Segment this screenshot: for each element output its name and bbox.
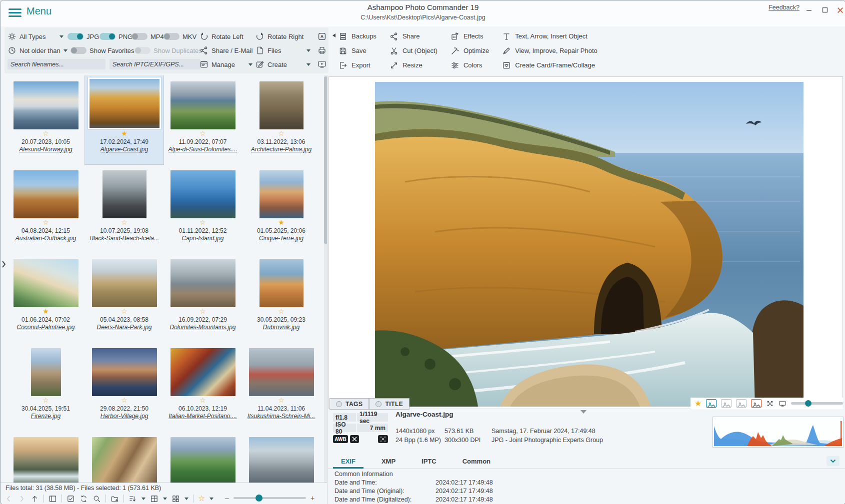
favorite-star-icon[interactable]: ☆ <box>121 218 128 227</box>
thumbnail-filename[interactable]: Itsukushima-Schrein-Mi... <box>248 413 315 420</box>
thumbnail-filename[interactable]: Capri-Island.jpg <box>182 235 224 242</box>
left-splitter-expand-icon[interactable] <box>0 260 6 268</box>
sort-button[interactable] <box>128 495 137 503</box>
zoom-out-button[interactable]: – <box>224 494 230 502</box>
search-button[interactable] <box>92 495 101 503</box>
favorite-star-icon[interactable]: ★ <box>42 307 49 316</box>
thumbnail-image[interactable] <box>14 170 78 218</box>
file-type-filter-dropdown[interactable]: All Types <box>8 31 64 41</box>
toolbar-button[interactable]: Backups <box>338 32 376 41</box>
thumbnail-filename[interactable]: Dolomites-Mountains.jpg <box>170 324 236 331</box>
view-grid-button[interactable] <box>150 495 158 503</box>
toolbar-button[interactable]: Colors <box>450 61 489 70</box>
toolbar-button[interactable]: Effects <box>450 32 489 41</box>
thumbnail-filename[interactable]: Dubrovnik.jpg <box>263 324 300 331</box>
favorite-star-icon[interactable]: ☆ <box>278 307 284 316</box>
export-pdf-button[interactable] <box>318 31 326 41</box>
thumbnail-image[interactable] <box>14 259 78 307</box>
manage-dropdown[interactable]: Manage <box>200 59 252 69</box>
favorite-star-icon[interactable]: ☆ <box>200 307 206 316</box>
thumbnail-cell[interactable]: ★ 17.02.2024, 17:49 Algarve-Coast.jpg <box>85 75 164 164</box>
thumbnail-cell[interactable]: ☆ 04.08.2024, 12:15 Australian-Outback.j… <box>6 164 85 253</box>
close-button[interactable] <box>834 4 845 15</box>
mkv-switch[interactable] <box>164 33 180 40</box>
preview-mode-icon[interactable] <box>721 399 732 408</box>
thumbnail-image[interactable] <box>170 437 236 483</box>
metadata-tab[interactable]: IPTC <box>408 455 450 469</box>
chevron-down-icon[interactable] <box>210 498 214 500</box>
preview-mode-icon[interactable] <box>751 399 762 408</box>
thumbnail-cell[interactable]: ☆ 05.04.2023, 08:58 Deers-Nara-Park.jpg <box>85 253 164 342</box>
favorite-star-icon[interactable]: ☆ <box>121 307 128 316</box>
thumbnail-filename[interactable]: Algarve-Coast.jpg <box>100 146 148 153</box>
thumbnail-image[interactable] <box>249 437 314 483</box>
toggle-png[interactable]: PNG <box>100 31 132 41</box>
toggle-show-favorites[interactable]: Show Favorites <box>70 45 134 55</box>
chevron-down-icon[interactable] <box>184 498 188 500</box>
thumbnail-image[interactable] <box>102 170 146 218</box>
folder-up-button[interactable] <box>30 495 39 503</box>
rating-filter-button[interactable]: ☆ <box>198 495 205 503</box>
thumbnail-filename[interactable]: Harbor-Village.jpg <box>100 413 148 420</box>
favorite-star-icon[interactable]: ☆ <box>200 129 206 138</box>
toolbar-button[interactable]: Save <box>338 46 376 55</box>
thumbnail-cell[interactable]: ☆ 30.05.2025, 09:23 Dubrovnik.jpg <box>242 253 320 342</box>
fullscreen-icon[interactable] <box>766 400 774 408</box>
favorite-star-icon[interactable]: ★ <box>121 129 128 138</box>
favorite-star-icon[interactable]: ☆ <box>200 396 206 405</box>
thumbnail-filename[interactable]: Alesund-Norway.jpg <box>19 146 72 153</box>
thumbnail-filename[interactable]: Alpe-di-Siusi-Dolomites.... <box>168 146 237 153</box>
search-iptc-input[interactable] <box>110 59 200 69</box>
thumbnail-cell[interactable]: ★ 01.05.2025, 20:06 Cinque-Terre.jpg <box>242 164 320 253</box>
feedback-link[interactable]: Feedback? <box>768 4 800 11</box>
forward-button[interactable] <box>18 495 26 503</box>
slideshow-button[interactable] <box>318 59 326 69</box>
thumbnail-cell[interactable] <box>164 431 242 483</box>
thumbnail-filename[interactable]: Coconut-Palmtree.jpg <box>16 324 74 331</box>
age-filter-dropdown[interactable]: Not older than <box>8 45 64 55</box>
thumbnail-cell[interactable]: ☆ 30.04.2025, 19:51 Firenze.jpg <box>6 342 85 431</box>
files-dropdown[interactable]: Files <box>256 45 310 55</box>
thumbnail-image[interactable] <box>92 348 157 396</box>
thumbnail-filename[interactable]: Cinque-Terre.jpg <box>259 235 304 242</box>
new-folder-button[interactable] <box>110 495 119 503</box>
caption-tab[interactable]: TAGS <box>330 398 369 410</box>
toolbar-button[interactable]: Create Card/Frame/Collage <box>502 61 598 70</box>
thumbnail-cell[interactable]: ☆ 10.07.2025, 19:08 Black-Sand-Beach-Ice… <box>85 164 164 253</box>
thumbnail-filename[interactable]: Architecture-Palma.jpg <box>251 146 312 153</box>
thumbnail-image[interactable] <box>31 348 61 396</box>
thumbnail-filename[interactable]: Firenze.jpg <box>31 413 60 420</box>
search-filenames-input[interactable] <box>8 59 106 69</box>
thumbnail-image[interactable] <box>249 348 314 396</box>
thumbnail-image[interactable] <box>260 170 304 218</box>
toolbar-button[interactable]: Optimize <box>450 46 489 55</box>
info-collapse-icon[interactable] <box>580 410 586 414</box>
thumbnail-cell[interactable]: ☆ 16.09.2022, 07:29 Dolomites-Mountains.… <box>164 253 242 342</box>
toolbar-button[interactable]: Share <box>390 32 438 41</box>
thumbnail-image[interactable] <box>14 437 78 483</box>
thumbnail-filename[interactable]: Italian-Market-Positano.... <box>168 413 237 420</box>
thumbnail-cell[interactable]: ☆ 11.04.2023, 11:06 Itsukushima-Schrein-… <box>242 342 320 431</box>
minimize-button[interactable] <box>802 4 816 15</box>
thumbnail-cell[interactable] <box>85 431 164 483</box>
toolbar-button[interactable]: View, Improve, Repair Photo <box>502 46 598 55</box>
thumbnail-image[interactable] <box>92 437 157 483</box>
favorite-star-icon[interactable]: ☆ <box>42 218 49 227</box>
metadata-tab[interactable]: Common <box>450 455 504 469</box>
thumbnail-filename[interactable]: Black-Sand-Beach-Icela... <box>90 235 159 242</box>
thumbnail-cell[interactable]: ☆ 11.09.2022, 07:07 Alpe-di-Siusi-Dolomi… <box>164 75 242 164</box>
thumbnail-cell[interactable]: ☆ 20.07.2023, 10:05 Alesund-Norway.jpg <box>6 75 85 164</box>
toolbar-button[interactable]: Text, Arrow, Insert Object <box>502 32 598 41</box>
jpg-switch[interactable] <box>68 33 84 40</box>
thumbnail-zoom-slider[interactable] <box>234 497 306 499</box>
favorite-star-icon[interactable]: ☆ <box>121 396 128 405</box>
thumbnail-image[interactable] <box>14 81 78 129</box>
png-switch[interactable] <box>100 33 116 40</box>
chevron-down-icon[interactable] <box>142 498 146 500</box>
metadata-tab[interactable]: EXIF <box>328 455 368 469</box>
view-small-grid-button[interactable] <box>172 495 180 503</box>
favorite-star-icon[interactable]: ☆ <box>278 129 284 138</box>
metadata-expand-button[interactable] <box>826 456 840 466</box>
share-email-button[interactable]: Share / E-Mail <box>200 45 252 55</box>
thumbnail-image[interactable] <box>260 81 304 129</box>
